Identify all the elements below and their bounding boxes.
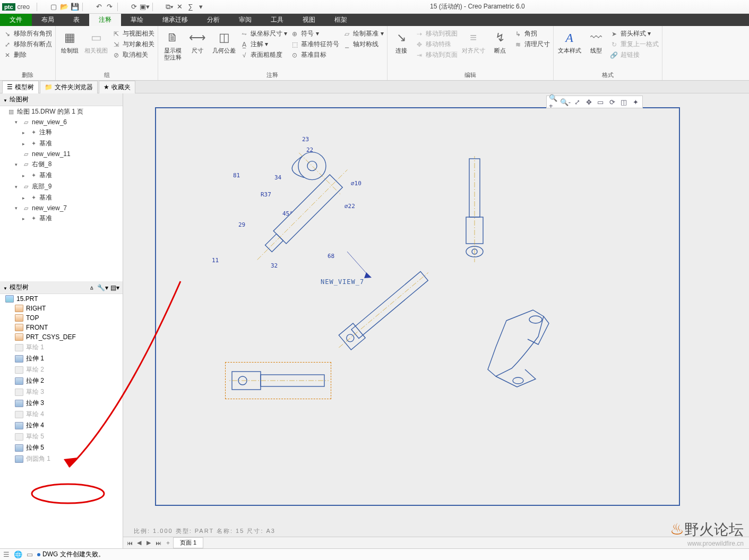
dim-phi22[interactable]: ⌀22 <box>345 203 355 210</box>
view-new-view-11[interactable] <box>326 257 448 363</box>
sb-browser-icon[interactable]: 🌐 <box>14 550 22 558</box>
nav-tab-favorites[interactable]: ★收藏夹 <box>99 81 135 93</box>
model-tree-item[interactable]: 草绘 5 <box>13 431 123 442</box>
model-tree-header[interactable]: 模型树 🜛 🔧▾ ▤▾ <box>0 281 123 294</box>
btn-attach[interactable]: ↘连接 <box>391 28 412 70</box>
menu-tab-view[interactable]: 视图 <box>293 14 325 26</box>
zoom-in-icon[interactable]: 🔍+ <box>549 97 558 107</box>
model-tree-item[interactable]: 拉伸 4 <box>13 420 123 431</box>
dim-29[interactable]: 29 <box>238 221 245 228</box>
nav-tab-model-tree[interactable]: ☰模型树 <box>2 81 39 93</box>
dim-34[interactable]: 34 <box>274 174 281 181</box>
btn-unrelate[interactable]: ⊘取消相关 <box>112 50 154 59</box>
sheet-add-icon[interactable]: ＋ <box>163 539 172 547</box>
draw-tree-child[interactable]: ▸✦基准 <box>22 170 123 181</box>
btn-show-model-annot[interactable]: 🗎显示模型注释 <box>161 28 184 70</box>
btn-relate-to-object[interactable]: ⇲与对象相关 <box>112 40 154 49</box>
draw-tree-child[interactable]: ▸✦基准 <box>22 213 123 224</box>
qat-save-icon[interactable]: 💾 <box>70 2 80 12</box>
draw-tree-header[interactable]: 绘图树 <box>0 93 123 106</box>
draw-tree-view[interactable]: ▾▱new_view_7 <box>15 203 123 213</box>
zoom-out-icon[interactable]: 🔍- <box>561 97 570 107</box>
btn-cleanup-dims[interactable]: ≋清理尺寸 <box>514 40 550 49</box>
btn-remove-jogs[interactable]: ↘移除所有角拐 <box>3 29 52 38</box>
sb-tree-icon[interactable]: ☰ <box>3 550 10 558</box>
model-tree-item[interactable]: 拉伸 5 <box>13 442 123 453</box>
menu-tab-frame[interactable]: 框架 <box>325 14 357 26</box>
view-new-view-6[interactable] <box>485 305 591 400</box>
draw-tree-child[interactable]: ▸✦基准 <box>22 192 123 203</box>
dim-r37[interactable]: R37 <box>261 191 271 198</box>
btn-note[interactable]: A̲注解 ▾ <box>240 40 287 49</box>
btn-symbol[interactable]: ⊕符号 ▾ <box>290 29 339 38</box>
btn-gtol[interactable]: ◫几何公差 <box>211 28 237 70</box>
model-tree-item[interactable]: FRONT <box>13 323 123 332</box>
qat-undo-icon[interactable]: ↶ <box>94 2 104 12</box>
qat-regen-icon[interactable]: ⟳ <box>130 2 139 12</box>
draw-tree-view[interactable]: ▾▱底部_9 <box>15 181 123 192</box>
model-tree-item[interactable]: 拉伸 3 <box>13 398 123 409</box>
dim-23[interactable]: 23 <box>302 136 309 143</box>
draw-tree-view[interactable]: ▾▱右侧_8 <box>15 159 123 170</box>
qat-more-icon[interactable]: ▾ <box>196 2 206 12</box>
btn-axis-sym-line[interactable]: ⎯轴对称线 <box>342 40 383 49</box>
sheet-last-icon[interactable]: ⏭ <box>154 540 162 546</box>
csys-display-icon[interactable]: ✦ <box>631 97 640 107</box>
qat-open-icon[interactable]: 📂 <box>59 2 69 12</box>
display-style-icon[interactable]: ◫ <box>619 97 629 107</box>
model-tree-item[interactable]: 草绘 4 <box>13 409 123 420</box>
dim-22[interactable]: 22 <box>306 147 313 153</box>
qat-redo-icon[interactable]: ↷ <box>105 2 115 12</box>
btn-related-view[interactable]: ▭相关视图 <box>83 28 109 70</box>
model-tree-item[interactable]: 草绘 2 <box>13 364 123 375</box>
model-tree-item[interactable]: RIGHT <box>13 304 123 313</box>
model-tree-root[interactable]: 15.PRT <box>3 294 123 304</box>
mtree-filter-icon[interactable]: 🜛 <box>89 284 95 291</box>
graphics-area[interactable]: 🔍+ 🔍- ⤢ ✥ ▭ ⟳ ◫ ✦ <box>123 93 749 548</box>
qat-close-win-icon[interactable]: ✕ <box>175 2 185 12</box>
sb-layer-icon[interactable]: ▭ <box>27 550 33 558</box>
model-tree-item[interactable]: 草绘 3 <box>13 386 123 398</box>
sheet-tab-1[interactable]: 页面 1 <box>173 537 203 548</box>
model-tree-item[interactable]: 草绘 1 <box>13 342 123 353</box>
model-tree-item[interactable]: 拉伸 1 <box>13 353 123 364</box>
sheet-prev-icon[interactable]: ◀ <box>135 539 143 546</box>
menu-tab-review[interactable]: 审阅 <box>229 14 261 26</box>
view-right-8[interactable] <box>459 156 490 262</box>
btn-break[interactable]: ↯断点 <box>489 28 511 70</box>
model-tree[interactable]: 15.PRT RIGHTTOPFRONTPRT_CSYS_DEF草绘 1拉伸 1… <box>0 294 123 548</box>
btn-datum-target[interactable]: ⊙基准目标 <box>290 50 339 59</box>
mtree-show-icon[interactable]: ▤▾ <box>110 284 119 291</box>
nav-tab-folder-browser[interactable]: 📁文件夹浏览器 <box>40 81 98 93</box>
btn-relate-to-view[interactable]: ⇱与视图相关 <box>112 29 154 38</box>
sheet-icon[interactable]: ▭ <box>596 97 605 107</box>
draw-tree[interactable]: ▥绘图 15.DRW 的第 1 页 ▾▱new_view_6▸✦注释▸✦基准 ▱… <box>0 106 123 281</box>
menu-tab-annotate[interactable]: 注释 <box>89 14 121 26</box>
dim-32[interactable]: 32 <box>271 262 278 269</box>
qat-select-box-icon[interactable]: ▣▾ <box>140 2 150 12</box>
draw-tree-view[interactable]: ▱new_view_11 <box>15 149 123 159</box>
qat-new-icon[interactable]: ▢ <box>49 2 58 12</box>
btn-remove-breaks[interactable]: ⤢移除所有断点 <box>3 40 52 49</box>
model-tree-item[interactable]: PRT_CSYS_DEF <box>13 332 123 342</box>
menu-tab-sketch[interactable]: 草绘 <box>121 14 153 26</box>
dim-81[interactable]: 81 <box>233 172 240 179</box>
model-tree-item[interactable]: 倒圆角 1 <box>13 453 123 464</box>
model-tree-item[interactable]: TOP <box>13 313 123 323</box>
menu-tab-analysis[interactable]: 分析 <box>197 14 229 26</box>
draw-tree-child[interactable]: ▸✦基准 <box>22 138 123 149</box>
dim-45deg[interactable]: 45° <box>282 210 293 217</box>
menu-tab-tools[interactable]: 工具 <box>261 14 293 26</box>
btn-text-style[interactable]: A文本样式 <box>557 28 582 70</box>
sheet-first-icon[interactable]: ⏮ <box>125 540 134 546</box>
btn-delete[interactable]: ✕删除 <box>3 50 52 59</box>
sheet-next-icon[interactable]: ▶ <box>144 539 153 546</box>
menu-file[interactable]: 文件 <box>0 14 32 26</box>
btn-drawn-datum[interactable]: ▱绘制基准 ▾ <box>342 29 383 38</box>
draw-tree-view[interactable]: ▾▱new_view_6 <box>15 117 123 127</box>
btn-ordinate-dim[interactable]: ⥊纵坐标尺寸 ▾ <box>240 29 287 38</box>
menu-tab-table[interactable]: 表 <box>64 14 89 26</box>
draw-tree-child[interactable]: ▸✦注释 <box>22 127 123 138</box>
repaint-icon[interactable]: ⟳ <box>607 97 617 107</box>
btn-jog[interactable]: ↳角拐 <box>514 29 550 38</box>
